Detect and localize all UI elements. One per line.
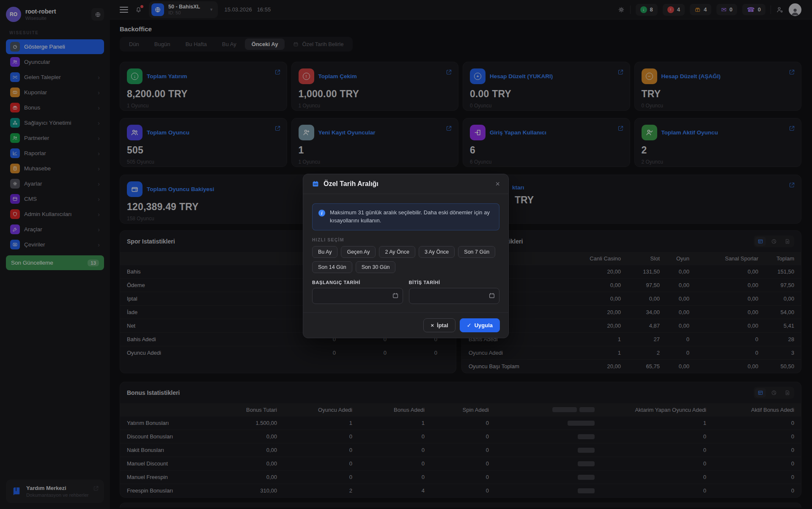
quick-select-options: Bu Ay Geçen Ay 2 Ay Önce 3 Ay Önce Son 7… [312, 246, 499, 273]
cancel-label: İptal [437, 322, 448, 328]
quick-option-son-14-gun[interactable]: Son 14 Gün [312, 261, 352, 273]
date-fields-row: BAŞLANGIÇ TARİHİ BİTİŞ TARİHİ [312, 280, 499, 304]
info-callout: i Maksimum 31 günlük aralık seçilebilir.… [312, 203, 499, 230]
x-icon: × [431, 322, 434, 328]
modal-footer: ×İptal ✓Uygula [303, 312, 508, 338]
calendar-icon[interactable] [392, 292, 399, 299]
modal-title: Özel Tarih Aralığı [324, 180, 379, 188]
end-date-label: BİTİŞ TARİHİ [409, 280, 500, 285]
modal-header: Özel Tarih Aralığı × [303, 174, 508, 194]
close-icon[interactable]: × [495, 180, 500, 188]
quick-option-son-7-gun[interactable]: Son 7 Gün [458, 246, 495, 258]
end-date-input[interactable] [409, 288, 500, 304]
quick-option-2-ay-once[interactable]: 2 Ay Önce [379, 246, 415, 258]
info-icon: i [318, 210, 325, 216]
start-date-input[interactable] [312, 288, 403, 304]
quick-select-label: HIZLI SEÇİM [312, 237, 499, 242]
quick-option-son-30-gun[interactable]: Son 30 Gün [356, 261, 396, 273]
calendar-icon[interactable] [488, 292, 495, 299]
cancel-button[interactable]: ×İptal [423, 318, 455, 332]
quick-option-gecen-ay[interactable]: Geçen Ay [341, 246, 376, 258]
modal-body: i Maksimum 31 günlük aralık seçilebilir.… [303, 194, 508, 312]
apply-button[interactable]: ✓Uygula [460, 318, 500, 332]
quick-option-3-ay-once[interactable]: 3 Ay Önce [419, 246, 455, 258]
check-icon: ✓ [467, 322, 472, 328]
end-date-field: BİTİŞ TARİHİ [409, 280, 500, 304]
apply-label: Uygula [475, 322, 493, 328]
info-text: Maksimum 31 günlük aralık seçilebilir. D… [330, 209, 493, 225]
custom-date-range-modal: Özel Tarih Aralığı × i Maksimum 31 günlü… [303, 174, 509, 338]
start-date-field: BAŞLANGIÇ TARİHİ [312, 280, 403, 304]
calendar-icon [312, 180, 319, 188]
quick-option-bu-ay[interactable]: Bu Ay [312, 246, 337, 258]
start-date-label: BAŞLANGIÇ TARİHİ [312, 280, 403, 285]
